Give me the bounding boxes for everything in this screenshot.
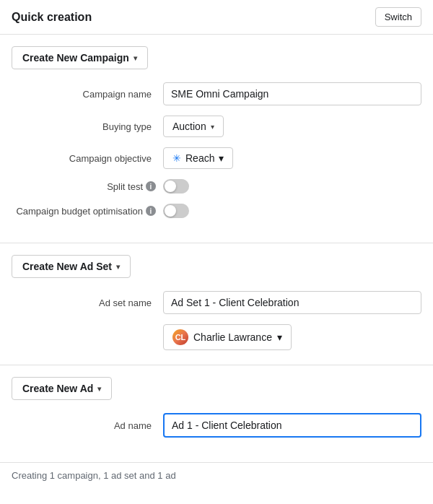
campaign-objective-row: Campaign objective ✳ Reach ▾ — [12, 147, 421, 169]
create-ad-set-label: Create New Ad Set — [22, 261, 112, 272]
create-campaign-label: Create New Campaign — [22, 52, 129, 64]
ad-set-dropdown-arrow-icon: ▾ — [116, 263, 120, 271]
footer: Creating 1 campaign, 1 ad set and 1 ad — [0, 463, 433, 488]
ad-set-name-row: Ad set name — [12, 291, 421, 314]
buying-type-row: Buying type Auction ▾ — [12, 116, 421, 137]
campaign-budget-label-container: Campaign budget optimisation i — [12, 206, 163, 217]
split-test-thumb — [165, 181, 176, 192]
campaign-name-label: Campaign name — [12, 89, 163, 100]
split-test-label-container: Split test i — [12, 181, 163, 192]
ad-dropdown-arrow-icon: ▾ — [97, 385, 101, 393]
person-name: Charlie Lawrance — [193, 331, 272, 343]
buying-type-label: Buying type — [12, 121, 163, 132]
campaign-budget-label: Campaign budget optimisation — [16, 206, 143, 217]
campaign-budget-thumb — [165, 205, 176, 217]
campaign-objective-label: Campaign objective — [12, 153, 163, 164]
split-test-toggle[interactable] — [163, 179, 189, 194]
campaign-name-row: Campaign name — [12, 82, 421, 105]
create-campaign-button[interactable]: Create New Campaign ▾ — [12, 46, 148, 69]
buying-type-arrow-icon: ▾ — [211, 123, 214, 131]
campaign-budget-row: Campaign budget optimisation i — [12, 204, 421, 218]
create-ad-button[interactable]: Create New Ad ▾ — [12, 377, 112, 400]
objective-arrow-icon: ▾ — [219, 152, 224, 164]
create-ad-label: Create New Ad — [22, 383, 93, 394]
split-test-row: Split test i — [12, 179, 421, 194]
ad-name-row: Ad name — [12, 413, 421, 438]
buying-type-dropdown[interactable]: Auction ▾ — [163, 116, 224, 137]
campaign-objective-dropdown[interactable]: ✳ Reach ▾ — [163, 147, 233, 169]
switch-button[interactable]: Switch — [375, 7, 421, 27]
split-test-info-icon[interactable]: i — [146, 181, 156, 191]
ad-name-label: Ad name — [12, 420, 163, 431]
ad-set-name-input[interactable] — [163, 291, 421, 314]
avatar: CL — [172, 329, 188, 345]
reach-icon: ✳ — [172, 152, 181, 164]
split-test-label: Split test — [107, 181, 143, 192]
ad-set-section: Create New Ad Set ▾ Ad set name CL Charl… — [0, 243, 433, 365]
campaign-dropdown-arrow-icon: ▾ — [134, 54, 137, 62]
page-title: Quick creation — [12, 11, 92, 24]
ad-section: Create New Ad ▾ Ad name — [0, 365, 433, 463]
person-dropdown[interactable]: CL Charlie Lawrance ▾ — [163, 324, 292, 350]
footer-text: Creating 1 campaign, 1 ad set and 1 ad — [12, 470, 176, 481]
create-ad-set-button[interactable]: Create New Ad Set ▾ — [12, 255, 131, 278]
campaign-objective-value: Reach — [185, 152, 214, 164]
header: Quick creation Switch — [0, 0, 433, 35]
campaign-name-input[interactable] — [163, 82, 421, 105]
campaign-section: Create New Campaign ▾ Campaign name Buyi… — [0, 35, 433, 243]
campaign-budget-toggle[interactable] — [163, 204, 189, 218]
campaign-budget-info-icon[interactable]: i — [146, 206, 156, 216]
person-arrow-icon: ▾ — [277, 331, 282, 343]
ad-set-name-label: Ad set name — [12, 297, 163, 308]
buying-type-value: Auction — [172, 121, 206, 132]
person-row: CL Charlie Lawrance ▾ — [163, 324, 421, 350]
ad-name-input[interactable] — [163, 413, 421, 438]
